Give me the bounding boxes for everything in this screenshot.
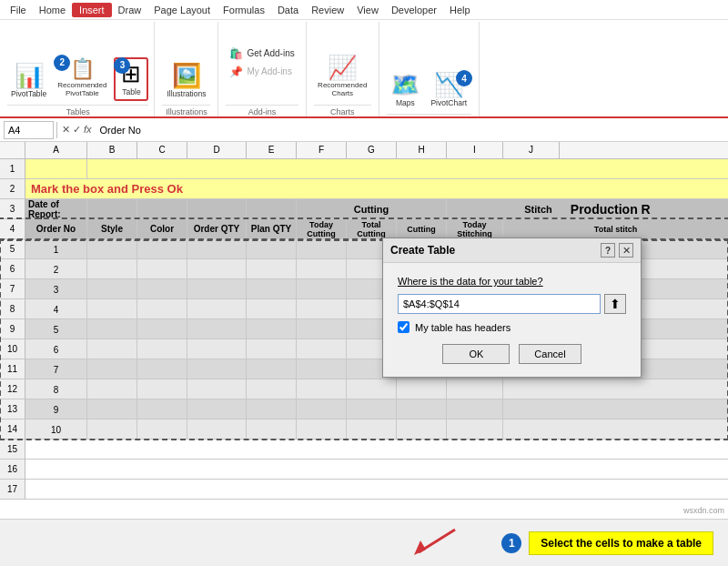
dialog-close-icon[interactable]: ✕ <box>619 243 633 258</box>
recommended-charts-label: RecommendedCharts <box>318 81 367 98</box>
col-header-H[interactable]: H <box>397 142 447 158</box>
pivotchart-label: PivotChart <box>430 98 467 107</box>
data-1-todaycutting[interactable] <box>297 239 347 259</box>
header-today-stitching[interactable]: Today Stitching <box>447 219 503 239</box>
maps-label: Maps <box>396 98 415 107</box>
recommended-pivottable-button[interactable]: 2 📋 RecommendedPivotTable <box>54 55 110 101</box>
header-total-cutting[interactable]: Total Cutting <box>347 219 397 239</box>
row-num-2: 2 <box>0 179 25 199</box>
row-num-4: 4 <box>0 219 25 239</box>
dialog-cancel-button[interactable]: Cancel <box>519 344 581 364</box>
header-today-cutting[interactable]: Today Cutting <box>297 219 347 239</box>
row-2: 2 Mark the box and Press Ok <box>0 179 728 199</box>
menu-data[interactable]: Data <box>271 3 305 17</box>
cell-reference[interactable] <box>4 121 54 139</box>
row-16: 16 <box>0 460 728 480</box>
col-header-C[interactable]: C <box>137 142 187 158</box>
my-addins-button[interactable]: 📌 My Add-ins <box>226 64 298 80</box>
col-header-E[interactable]: E <box>247 142 297 158</box>
header-order-qty[interactable]: Order QTY <box>187 219 247 239</box>
pivot-table-label: PivotTable <box>11 89 46 98</box>
row-num-9: 9 <box>0 319 25 339</box>
data-1-color[interactable] <box>137 239 187 259</box>
cell-A2-span[interactable]: Mark the box and Press Ok <box>25 179 728 199</box>
row-num-7: 7 <box>0 279 25 299</box>
dialog-ok-button[interactable]: OK <box>442 344 510 364</box>
col-header-A[interactable]: A <box>25 142 87 158</box>
col-header-J[interactable]: J <box>503 142 560 158</box>
maps-button[interactable]: 🗺️ Maps <box>387 70 423 110</box>
pivotchart-button[interactable]: 4 📉 PivotChart <box>427 70 470 110</box>
row-1: 1 <box>0 159 728 179</box>
data-1-planqty[interactable] <box>247 239 297 259</box>
data-1-orderqty[interactable] <box>187 239 247 259</box>
row-num-11: 11 <box>0 359 25 379</box>
menu-view[interactable]: View <box>350 3 385 17</box>
header-plan-qty[interactable]: Plan QTY <box>247 219 297 239</box>
cell-A3[interactable]: Date of Report: <box>25 199 87 219</box>
cell-A1[interactable] <box>25 159 87 179</box>
row-17: 17 <box>0 480 728 500</box>
table-label: Table <box>122 87 140 96</box>
header-order-no[interactable]: Order No <box>25 219 87 239</box>
bottom-instruction-text: Select the cells to make a table <box>529 531 713 555</box>
col-header-I[interactable]: I <box>447 142 503 158</box>
menu-review[interactable]: Review <box>305 3 350 17</box>
table-button[interactable]: 3 ⊞ Table <box>114 57 148 101</box>
header-color[interactable]: Color <box>137 219 187 239</box>
menu-formulas[interactable]: Formulas <box>217 3 271 17</box>
menu-home[interactable]: Home <box>33 3 72 17</box>
menu-file[interactable]: File <box>4 3 33 17</box>
cutting-header-cell[interactable]: Cutting <box>297 199 447 219</box>
get-addins-button[interactable]: 🛍️ Get Add-ins <box>226 45 298 62</box>
row-number-col-header <box>0 142 25 158</box>
dialog-title: Create Table <box>390 244 455 257</box>
cell-B3[interactable] <box>87 199 137 219</box>
menu-insert[interactable]: Insert <box>72 3 112 17</box>
data-1-style[interactable] <box>87 239 137 259</box>
illustrations-button[interactable]: 🖼️ Illustrations <box>163 61 209 101</box>
my-addins-label: My Add-ins <box>247 66 291 76</box>
maps-group-label <box>387 114 471 116</box>
col-header-B[interactable]: B <box>87 142 137 158</box>
row-num-5: 5 <box>0 239 25 259</box>
header-total-stitch[interactable]: Total stitch <box>503 219 728 239</box>
range-input[interactable] <box>398 294 601 314</box>
stitch-header-cell[interactable]: Stitch Production R <box>447 199 728 219</box>
range-picker-button[interactable]: ⬆ <box>604 294 626 314</box>
formula-input[interactable] <box>96 121 724 139</box>
cell-E3[interactable] <box>247 199 297 219</box>
cell-B1-span[interactable] <box>87 159 728 179</box>
col-header-F[interactable]: F <box>297 142 347 158</box>
col-header-G[interactable]: G <box>347 142 397 158</box>
row-13: 13 9 <box>0 399 728 419</box>
dialog-help-icon[interactable]: ? <box>601 243 615 258</box>
cell-D3[interactable] <box>187 199 247 219</box>
cell-C3[interactable] <box>137 199 187 219</box>
confirm-formula-icon[interactable]: ✓ <box>73 124 81 136</box>
insert-function-icon[interactable]: fx <box>84 124 92 136</box>
tables-group-label: Tables <box>7 105 148 116</box>
col-header-rest <box>560 142 728 158</box>
cancel-formula-icon[interactable]: ✕ <box>62 124 70 136</box>
headers-checkbox[interactable] <box>398 321 410 333</box>
menu-draw[interactable]: Draw <box>112 3 148 17</box>
illustrations-icon: 🖼️ <box>172 64 201 87</box>
addins-group-label: Add-ins <box>226 105 298 116</box>
data-2-ordernum[interactable]: 2 <box>25 259 87 279</box>
header-cutting[interactable]: Cutting <box>397 219 447 239</box>
dialog-question: Where is the data for your table? <box>398 276 626 287</box>
menu-page-layout[interactable]: Page Layout <box>147 3 217 17</box>
row-4-headers: 4 Order No Style Color Order QTY Plan QT… <box>0 219 728 239</box>
my-addins-icon: 📌 <box>229 66 243 78</box>
recommended-charts-button[interactable]: 📈 RecommendedCharts <box>314 53 370 101</box>
col-header-D[interactable]: D <box>187 142 247 158</box>
pivot-table-button[interactable]: 📊 PivotTable <box>7 61 50 101</box>
menu-help[interactable]: Help <box>443 3 477 17</box>
menu-developer[interactable]: Developer <box>385 3 443 17</box>
instruction-text: Mark the box and Press Ok <box>31 182 183 196</box>
recommended-pivottable-label: RecommendedPivotTable <box>57 81 106 98</box>
header-style[interactable]: Style <box>87 219 137 239</box>
maps-icon: 🗺️ <box>390 73 420 96</box>
data-1-ordernum[interactable]: 1 <box>25 239 87 259</box>
